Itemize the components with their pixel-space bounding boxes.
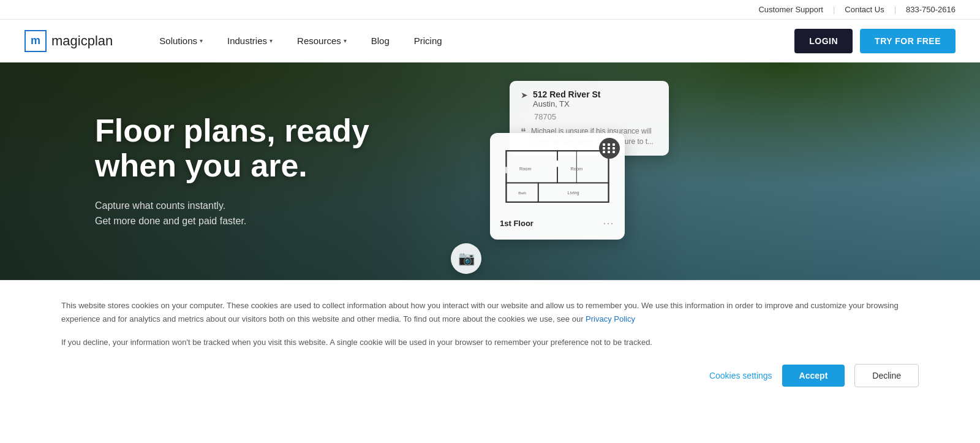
resources-chevron: ▾ [344, 37, 347, 44]
phone-number: 833-750-2616 [906, 5, 956, 14]
cookie-actions: Cookies settings Accept Decline [61, 364, 919, 387]
address-city: Austin, TX [533, 99, 601, 108]
logo-icon: m [24, 30, 47, 52]
address-zip: 78705 [534, 112, 658, 121]
cookie-text-1: This website stores cookies on your comp… [61, 299, 919, 326]
hero-section: Floor plans, ready when you are. Capture… [0, 62, 980, 280]
svg-text:Room: Room [571, 166, 582, 172]
nav-pricing[interactable]: Pricing [404, 31, 452, 51]
solutions-chevron: ▾ [200, 37, 203, 44]
nav-industries[interactable]: Industries ▾ [217, 31, 282, 51]
decline-button[interactable]: Decline [854, 364, 919, 387]
cookie-banner: This website stores cookies on your comp… [0, 280, 980, 406]
nav-solutions[interactable]: Solutions ▾ [149, 31, 213, 51]
nav-resources[interactable]: Resources ▾ [287, 31, 356, 51]
cookies-settings-button[interactable]: Cookies settings [709, 371, 772, 381]
camera-icon: 📷 [458, 251, 475, 267]
accept-button[interactable]: Accept [782, 365, 845, 387]
svg-text:Room: Room [519, 166, 531, 172]
floorplan-menu-dots[interactable]: ⋯ [603, 216, 615, 230]
cookie-text-2: If you decline, your information won't b… [61, 336, 919, 349]
floorplan-card: Room Room Bath Living 1st Floor ⋯ [490, 133, 625, 240]
svg-rect-2 [557, 151, 609, 183]
location-pin-icon: ➤ [521, 90, 528, 100]
camera-button[interactable]: 📷 [451, 243, 481, 274]
floorplan-footer: 1st Floor ⋯ [500, 216, 615, 230]
hero-content: Floor plans, ready when you are. Capture… [95, 113, 401, 230]
divider: | [833, 5, 835, 14]
hero-title: Floor plans, ready when you are. [95, 113, 401, 183]
nav-links: Solutions ▾ Industries ▾ Resources ▾ Blo… [149, 31, 794, 51]
main-navigation: m magicplan Solutions ▾ Industries ▾ Res… [0, 20, 980, 62]
floorplan-svg: Room Room Bath Living [500, 143, 615, 210]
address-top: ➤ 512 Red River St Austin, TX [521, 89, 658, 108]
login-button[interactable]: LOGIN [794, 29, 853, 53]
top-bar: Customer Support | Contact Us | 833-750-… [0, 0, 980, 20]
divider2: | [894, 5, 896, 14]
floorplan-floor-label: 1st Floor [500, 219, 533, 228]
nav-actions: LOGIN TRY FOR FREE [794, 29, 956, 53]
floorplan-image: Room Room Bath Living [500, 143, 615, 210]
floorplan-grid-icon [599, 138, 620, 159]
hero-subtitle: Capture what counts instantly. Get more … [95, 198, 401, 229]
svg-text:Bath: Bath [518, 191, 526, 195]
logo-text: magicplan [51, 33, 113, 49]
nav-blog[interactable]: Blog [361, 31, 399, 51]
industries-chevron: ▾ [270, 37, 273, 44]
address-street: 512 Red River St [533, 89, 601, 99]
grid-dots [603, 143, 616, 153]
svg-rect-1 [506, 151, 557, 183]
try-free-button[interactable]: TRY FOR FREE [860, 29, 956, 53]
svg-text:Living: Living [568, 190, 579, 195]
logo-link[interactable]: m magicplan [24, 30, 113, 52]
customer-support-link[interactable]: Customer Support [758, 5, 823, 14]
privacy-policy-link[interactable]: Privacy Policy [586, 314, 635, 324]
contact-us-link[interactable]: Contact Us [845, 5, 884, 14]
